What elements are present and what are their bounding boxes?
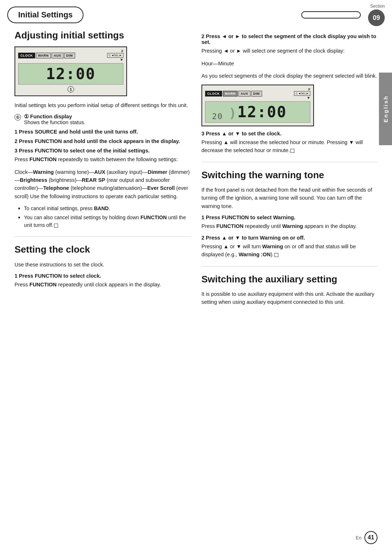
stop-icon-3	[274, 253, 278, 257]
sel-label: ◄5EL►	[111, 54, 122, 57]
warning-step1-body: Press FUNCTION repeatedly until Warning …	[201, 222, 377, 230]
aux-intro: It is possible to use auxiliary equipmen…	[201, 290, 377, 306]
clock-step1-body: Press FUNCTION repeatedly until clock ap…	[15, 281, 191, 289]
warning-step2-heading: 2 Press ▲ or ▼ to turn Warning on or off…	[201, 235, 377, 241]
english-label: English	[383, 95, 389, 122]
aux-section-title: Switching the auxiliary setting	[201, 274, 377, 285]
clock-step2-body3: As you select segments of the clock disp…	[201, 72, 377, 80]
top-oval	[301, 11, 361, 19]
circled-1: 1	[68, 86, 74, 93]
top-bar: Initial Settings Section 09	[0, 0, 392, 26]
step1-heading: 1 Press SOURCE and hold until the unit t…	[15, 129, 191, 135]
warning-section-title: Switching the warning tone	[201, 170, 377, 181]
f-label-2: F	[309, 87, 311, 91]
warning-step2-body: Pressing ▲ or ▼ will turn Warning on or …	[201, 242, 377, 259]
device-display-2: CLOCK WARN AUX DIM F C ◄5EL► ▼ )12:00 20	[201, 85, 314, 126]
down-arrow-2: ▼	[307, 96, 310, 100]
stop-icon	[54, 224, 58, 228]
step2-heading: 2 Press FUNCTION and hold until the cloc…	[15, 138, 191, 144]
device-display-1: CLOCK WARN AUX DIM F C ◄5EL► ▼ 12:00 1	[15, 46, 127, 96]
main-content: Adjusting initial settings CLOCK WARN AU…	[0, 30, 392, 310]
function-display-text: Shows the function status.	[24, 119, 85, 125]
sel-badge: C ◄5EL►	[107, 53, 123, 58]
c-label-2: C	[295, 92, 298, 95]
left-column: Adjusting initial settings CLOCK WARN AU…	[15, 30, 191, 310]
warn-tab-2: WARN	[223, 91, 238, 97]
step3-list: Clock—Warning (warning tone)—AUX (auxili…	[15, 168, 191, 201]
divider-1	[15, 236, 191, 237]
c-label: C	[109, 54, 111, 57]
clock-step2-body1: Pressing ◄ or ► will select one segment …	[201, 47, 377, 55]
circled-icon-1: ①	[15, 114, 21, 121]
clock-step1-heading: 1 Press FUNCTION to select clock.	[15, 273, 191, 279]
aux-tab: AUX	[52, 53, 64, 58]
warning-intro: If the front panel is not detached from …	[201, 186, 377, 210]
device-right-controls-2: F C ◄5EL► ▼	[294, 87, 310, 100]
step3-body: Press FUNCTION repeatedly to switch betw…	[15, 155, 191, 163]
intro-text: Initial settings lets you perform initia…	[15, 101, 191, 109]
sel-badge-2: C ◄5EL►	[294, 91, 310, 96]
section-label: Section	[370, 4, 385, 9]
clock-step2-body2: Hour—Minute	[201, 60, 377, 68]
en-label: En	[356, 535, 362, 540]
top-right-area: Section 09	[301, 4, 385, 26]
warn-tab: WARN	[36, 53, 51, 58]
step3-heading: 3 Press FUNCTION to select one of the in…	[15, 148, 191, 154]
sel-label-2: ◄5EL►	[298, 92, 309, 95]
clock-tab-2: CLOCK	[205, 91, 222, 97]
initial-settings-badge: Initial Settings	[7, 7, 83, 23]
stop-icon-2	[290, 149, 294, 153]
bullet-list: To cancel initial settings, press BAND. …	[18, 205, 191, 229]
dim-tab-2: DIM	[251, 91, 262, 97]
section-number-badge: 09	[368, 9, 385, 26]
clock-intro: Use these instructions to set the clock.	[15, 261, 191, 269]
device-right-controls: F C ◄5EL► ▼	[107, 49, 123, 62]
dim-tab: DIM	[64, 53, 75, 58]
function-display-item: ① ① Function display Shows the function …	[15, 114, 191, 125]
function-display-label: ① Function display	[24, 114, 85, 119]
f-label: F	[122, 49, 124, 53]
clock-section-title: Setting the clock	[15, 244, 191, 255]
warning-step1-heading: 1 Press FUNCTION to select Warning.	[201, 215, 377, 220]
clock-tab: CLOCK	[18, 53, 35, 58]
clock-step2-heading: 2 Press ◄ or ► to select the segment of …	[201, 33, 377, 45]
device-time-1: 12:00	[18, 63, 123, 85]
clock-step3-body: Pressing ▲ will increase the selected ho…	[201, 138, 377, 155]
right-column: 2 Press ◄ or ► to select the segment of …	[201, 30, 377, 310]
page-footer: En 41	[0, 531, 392, 544]
bullet-1: To cancel initial settings, press BAND.	[18, 205, 191, 212]
aux-tab-2: AUX	[238, 91, 250, 97]
clock-step3-heading: 3 Press ▲ or ▼ to set the clock.	[201, 131, 377, 136]
divider-2	[201, 162, 377, 162]
adjusting-title: Adjusting initial settings	[15, 30, 191, 41]
page-number: 41	[364, 531, 377, 544]
bullet-2: You can also cancel initial settings by …	[18, 214, 191, 229]
down-arrow: ▼	[120, 58, 123, 62]
english-sidebar: English	[379, 73, 392, 145]
divider-3	[201, 266, 377, 266]
device-time-2: )12:00 20	[205, 101, 310, 123]
